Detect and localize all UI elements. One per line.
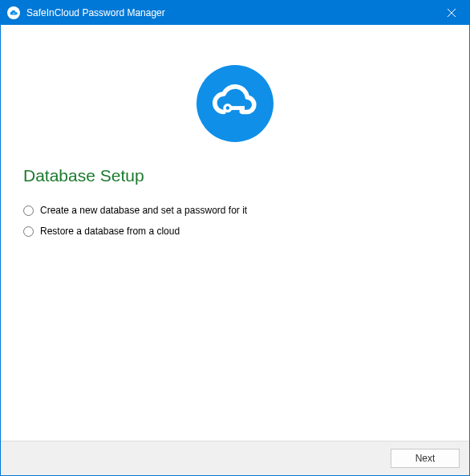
option-restore-cloud[interactable]: Restore a database from a cloud [23,226,447,237]
titlebar: SafeInCloud Password Manager [1,1,469,25]
cloud-key-icon [207,75,263,132]
radio-restore-cloud[interactable] [23,226,34,237]
option-label: Restore a database from a cloud [40,226,180,237]
svg-rect-7 [240,106,241,112]
svg-point-0 [13,13,14,14]
footer: Next [1,441,469,475]
app-icon [7,6,20,19]
svg-rect-6 [231,106,245,110]
page-heading: Database Setup [23,166,447,185]
svg-point-5 [226,106,229,109]
option-label: Create a new database and set a password… [40,205,247,216]
content-area: Database Setup Create a new database and… [1,25,469,441]
next-button[interactable]: Next [391,449,460,468]
option-create-database[interactable]: Create a new database and set a password… [23,205,447,216]
svg-rect-1 [14,14,15,14]
app-logo [197,65,273,142]
window-title: SafeInCloud Password Manager [26,7,433,18]
close-button[interactable] [433,1,469,25]
radio-create-database[interactable] [23,205,34,216]
logo-wrap [23,25,447,166]
options-group: Create a new database and set a password… [23,205,447,237]
close-icon [448,9,456,17]
svg-rect-8 [243,106,245,112]
